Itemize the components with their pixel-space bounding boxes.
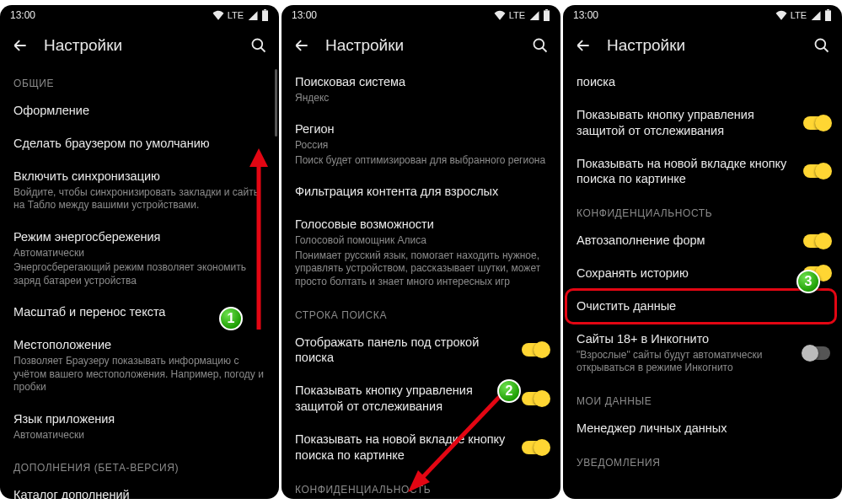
settings-row[interactable]: Менеджер личных данных [563, 412, 842, 445]
status-icons: LTE [494, 9, 550, 21]
search-icon [813, 37, 830, 54]
settings-row[interactable]: Включить синхронизациюВойдите, чтобы син… [0, 160, 279, 221]
settings-row[interactable]: Показывать на новой вкладке кнопку поиск… [563, 147, 842, 196]
settings-row[interactable]: Режим энергосбереженияАвтоматическиЭнерг… [0, 221, 279, 297]
row-primary: Включить синхронизацию [13, 169, 265, 185]
row-primary: Голосовые возможности [295, 217, 547, 233]
settings-row[interactable]: МестоположениеПозволяет Браузеру показыв… [0, 329, 279, 403]
row-secondary: Автоматически [13, 429, 265, 442]
row-secondary: Яндекс [295, 92, 547, 105]
svg-point-12 [816, 40, 826, 50]
status-time: 13:00 [292, 9, 317, 21]
search-icon [532, 37, 549, 54]
arrow-left-icon [12, 37, 29, 54]
row-primary: Показывать кнопку управления защитой от … [577, 107, 795, 139]
settings-row[interactable]: Каталог дополнений [0, 479, 279, 499]
phone-pane-3: 13:00 LTE Настройки поискаПоказывать кно… [563, 5, 842, 499]
row-secondary: Россия [295, 139, 547, 153]
row-primary: Очистить данные [577, 298, 829, 314]
page-title: Настройки [607, 36, 798, 55]
top-bar: Настройки [563, 25, 842, 66]
toggle-switch[interactable] [522, 392, 549, 405]
settings-row[interactable]: Показывать кнопку управления защитой от … [563, 99, 842, 147]
toggle-switch[interactable] [522, 343, 549, 357]
network-label: LTE [228, 10, 244, 20]
phone-pane-2: 13:00 LTE Настройки Поисковая системаЯнд… [282, 5, 560, 499]
arrow-left-icon [293, 37, 310, 54]
row-primary: Сайты 18+ в Инкогнито [577, 331, 795, 347]
row-primary: Язык приложения [13, 411, 265, 427]
svg-rect-5 [544, 10, 550, 21]
row-secondary: Энергосберегающий режим позволяет эконом… [13, 261, 265, 287]
toggle-switch[interactable] [803, 164, 830, 178]
signal-icon [528, 10, 539, 20]
content-area[interactable]: поискаПоказывать кнопку управления защит… [563, 66, 842, 499]
settings-row[interactable]: Автозаполнение форм [563, 224, 842, 257]
settings-row[interactable]: РегионРоссияПоиск будет оптимизирован дл… [282, 113, 560, 175]
settings-row[interactable]: Отображать панель под строкой поиска [282, 326, 560, 375]
row-secondary: Автоматически [13, 247, 265, 260]
row-secondary: "Взрослые" сайты будут автоматически отк… [577, 349, 795, 375]
wifi-icon [494, 10, 506, 20]
row-primary: Регион [295, 121, 547, 137]
section-header: СТРОКА ПОИСКА [282, 298, 560, 326]
section-header: КОНФИДЕНЦИАЛЬНОСТЬ [563, 196, 842, 224]
settings-row[interactable]: Сделать браузером по умолчанию [0, 127, 279, 160]
arrow-left-icon [575, 37, 592, 54]
toggle-switch[interactable] [803, 346, 830, 360]
row-primary: Сохранять историю [577, 265, 795, 281]
settings-row[interactable]: Фильтрация контента для взрослых [282, 175, 560, 208]
svg-point-7 [534, 40, 544, 50]
settings-row[interactable]: Масштаб и перенос текста [0, 296, 279, 329]
back-button[interactable] [8, 34, 32, 57]
row-primary: Масштаб и перенос текста [13, 304, 265, 320]
content-area[interactable]: ОБЩИЕОформлениеСделать браузером по умол… [0, 66, 279, 499]
section-header: МОИ ДАННЫЕ [563, 383, 842, 412]
search-button[interactable] [247, 34, 271, 57]
settings-row[interactable]: Оформление [0, 94, 279, 127]
settings-row[interactable]: Поисковая системаЯндекс [282, 66, 560, 113]
settings-row[interactable]: Сайты 18+ в Инкогнито"Взрослые" сайты бу… [563, 323, 842, 383]
signal-icon [810, 10, 821, 20]
toggle-switch[interactable] [803, 234, 830, 248]
battery-icon [543, 9, 550, 21]
row-primary: Сделать браузером по умолчанию [13, 136, 265, 152]
svg-marker-4 [249, 148, 268, 167]
row-primary: поиска [577, 74, 829, 90]
page-title: Настройки [325, 36, 517, 55]
network-label: LTE [791, 10, 807, 20]
network-label: LTE [509, 10, 525, 20]
status-time: 13:00 [573, 9, 598, 21]
row-primary: Поисковая система [295, 74, 547, 90]
row-secondary: Войдите, чтобы синхронизировать закладки… [13, 186, 265, 212]
row-secondary: Позволяет Браузеру показывать информацию… [13, 355, 265, 394]
wifi-icon [775, 10, 787, 20]
row-secondary: Поиск будет оптимизирован для выбранного… [295, 154, 547, 168]
toggle-switch[interactable] [803, 116, 830, 130]
back-button[interactable] [571, 34, 595, 57]
settings-row[interactable]: Язык приложенияАвтоматически [0, 403, 279, 450]
page-title: Настройки [44, 36, 235, 55]
battery-icon [261, 9, 269, 21]
row-primary: Оформление [13, 103, 265, 119]
top-bar: Настройки [0, 25, 279, 66]
settings-row[interactable]: Сохранять историю [563, 257, 842, 290]
status-bar: 13:00 LTE [563, 5, 842, 25]
settings-row[interactable]: Очистить данные [563, 290, 842, 323]
row-primary: Автозаполнение форм [577, 233, 795, 249]
back-button[interactable] [290, 34, 314, 57]
search-button[interactable] [810, 34, 834, 57]
settings-row[interactable]: поиска [563, 66, 842, 99]
status-bar: 13:00 LTE [282, 5, 560, 25]
settings-row[interactable]: Голосовые возможностиГолосовой помощник … [282, 208, 560, 297]
row-primary: Отображать панель под строкой поиска [295, 335, 513, 367]
svg-point-2 [253, 40, 263, 50]
row-primary: Менеджер личных данных [577, 421, 829, 437]
toggle-switch[interactable] [522, 441, 549, 454]
top-bar: Настройки [282, 25, 560, 66]
search-button[interactable] [528, 34, 552, 57]
toggle-switch[interactable] [803, 266, 830, 280]
svg-rect-1 [264, 9, 266, 10]
signal-icon [247, 10, 258, 20]
search-icon [250, 37, 267, 54]
